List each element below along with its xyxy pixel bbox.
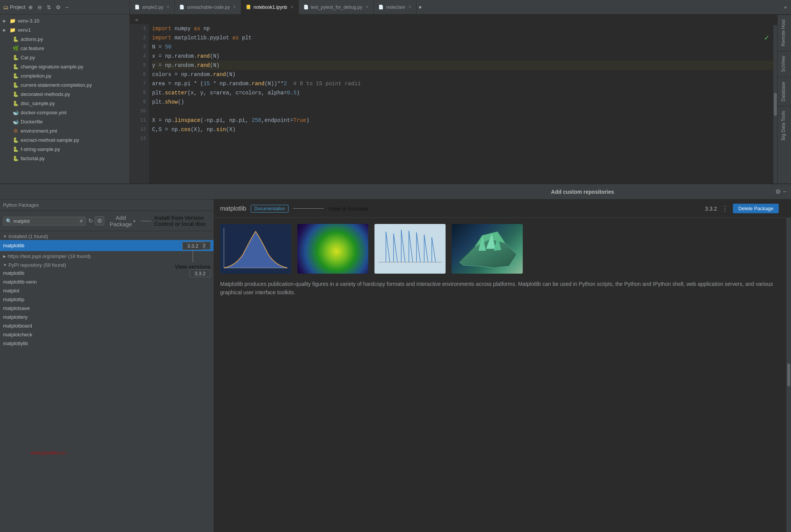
matplot-item[interactable]: matplot [0,286,214,295]
py-icon-changesig: 🐍 [12,64,19,70]
matplotlib-pypi-item[interactable]: matplotlib 3.3.2 [0,269,214,277]
tab-close-unreachable[interactable]: ✕ [233,5,236,10]
add-package-arrow: ▾ [133,219,135,223]
tree-item-fstring[interactable]: 🐍 f-string-sample.py [0,144,130,154]
tab-icon-unreachable: 📄 [179,5,185,10]
code-line-6: colors = np.random.rand(N) [152,70,774,79]
tab-notebook[interactable]: 📒 notebook1.ipynb ✕ [241,0,298,14]
tree-item-carpy[interactable]: 🐍 Car.py [0,53,130,62]
pypi-items-wrap: matplotlib 3.3.2 3.3.2 View versions mat… [0,269,214,348]
matplotlylib-name: matplotlylib [3,341,211,346]
view-versions-annotation: 3.3.2 View versions [175,242,211,270]
filename-decoratedmethods: decorated-methods.py [21,91,70,97]
matplotboard-item[interactable]: matplotboard [0,321,214,330]
tab-sample2[interactable]: 📄 ample2.py ✕ [130,0,175,14]
matplotsave-item[interactable]: matplotsave [0,304,214,313]
search-icon: 🔍 [6,218,12,224]
gutter-line-8: 8 [130,88,146,97]
wave-svg [374,224,446,274]
database-panel[interactable]: Database [778,77,791,106]
detail-header: matplotlib Documentation View in browser… [214,200,791,218]
tree-item-carfeature[interactable]: 🌿 car.feature [0,44,130,53]
sciview-panel[interactable]: SciView [778,51,791,76]
tabs-overflow-btn[interactable]: ▾ [417,0,424,14]
bottom-panel-header-btns: ⚙ − [775,188,786,195]
installed-section-header[interactable]: ▼ Installed (1 found) [3,234,211,239]
documentation-btn[interactable]: Documentation [251,205,289,212]
close-repos-btn[interactable]: − [783,188,786,195]
tree-item-dockerfile[interactable]: 🐋 Dockerfile [0,117,130,126]
tree-item-actions[interactable]: 🐍 actions.py [0,34,130,44]
chart-3d [452,224,523,274]
refresh-btn[interactable]: ↻ [88,217,93,224]
minus-btn[interactable]: − [64,3,70,11]
matplotlib-venn-item[interactable]: matplotlib-venn [0,277,214,286]
tab-close-sample2[interactable]: ✕ [166,5,170,10]
filename-currentstmt: current-statement-completion.py [21,82,92,88]
bigdata-panel[interactable]: Big Data Tools [778,106,791,145]
filename-fstring: f-string-sample.py [21,146,60,152]
detail-scrollbar[interactable] [786,218,791,532]
tab-unreachable[interactable]: 📄 unreachable-code.py ✕ [175,0,241,14]
collapse-all-btn[interactable]: ⊖ [36,3,44,11]
code-line-9: plt.show() [152,97,774,107]
gear-settings-btn[interactable]: ⚙ [95,216,104,225]
tab-test[interactable]: 📄 test_pytest_for_debug.py ✕ [299,0,374,14]
tab-icon-notebook: 📒 [246,5,251,10]
right-expand-btn[interactable]: » [782,3,789,11]
tree-item-envyml[interactable]: ⚙ environment.yml [0,126,130,135]
detail-images [214,218,791,280]
tree-item-venv1[interactable]: ▶ 📁 venv1 [0,25,130,34]
expand-editor-btn[interactable]: » [133,16,140,23]
filename-venv310: venv-3.10 [18,18,39,24]
sidebar: ▶ 📁 venv-3.10 ▶ 📁 venv1 🐍 actions.py 🌿 c… [0,15,130,183]
packages-panel-label: Python Packages [3,203,39,208]
editor-scroll-area[interactable]: 1 2 3 4 5 6 7 8 9 10 11 12 13 import num… [130,24,777,183]
tree-item-changesig[interactable]: 🐍 change-signature-sample.py [0,62,130,71]
matplottery-item[interactable]: matplottery [0,313,214,321]
search-input[interactable] [13,218,78,224]
folder-icon-venv310: 📁 [9,18,16,24]
delete-package-btn[interactable]: Delete Package [733,204,779,213]
tree-item-venv310[interactable]: ▶ 📁 venv-3.10 [0,16,130,25]
tree-item-currentstmt[interactable]: 🐍 current-statement-completion.py [0,80,130,89]
detail-scrollbar-thumb[interactable] [787,363,790,386]
settings-repos-btn[interactable]: ⚙ [775,188,781,195]
editor-container: » 1 2 3 4 5 6 7 8 9 10 11 12 13 [130,15,777,183]
sidebar-tree: ▶ 📁 venv-3.10 ▶ 📁 venv1 🐍 actions.py 🌿 c… [0,15,130,183]
search-clear-btn[interactable]: ✕ [79,218,83,224]
matplotlip-item[interactable]: matplotlip [0,295,214,304]
expand-all-btn[interactable]: ⊕ [27,3,34,11]
packages-panel: Python Packages 🔍 ✕ ↻ ⚙ Add Package ▾ [0,200,214,532]
code-line-1: import numpy as np [152,24,774,33]
tab-close-redeclare[interactable]: ✕ [408,5,412,10]
remote-host-panel[interactable]: Remote Host [778,15,791,51]
tab-close-notebook[interactable]: ✕ [290,5,294,10]
tree-item-decoratedmethods[interactable]: 🐍 decorated-methods.py [0,89,130,99]
tree-item-discsample[interactable]: 🐍 disc_sample.py [0,99,130,108]
tab-label-notebook: notebook1.ipynb [253,5,287,10]
svg-rect-3 [374,224,446,274]
tree-item-extract[interactable]: 🐍 excract-method-sample.py [0,135,130,144]
scroll-to-btn[interactable]: ⇅ [45,3,53,11]
view-in-browser-label: View in browser [328,206,369,212]
gutter-line-13: 13 [130,134,146,143]
tree-item-dockercompose[interactable]: 🐋 docker-compose.yml [0,108,130,117]
add-package-label: Add Package [110,214,132,227]
tab-redeclare[interactable]: 📄 redeclare ✕ [374,0,417,14]
detail-menu-btn[interactable]: ⋮ [721,204,728,213]
gutter-line-3: 3 [130,42,146,52]
tab-icon-sample2: 📄 [135,5,140,10]
detail-pkg-name: matplotlib [220,205,246,212]
pypi-test-section-label: https://test.pypi.org/simple/ (18 found) [8,253,91,259]
settings-btn[interactable]: ⚙ [54,3,62,11]
tab-close-test[interactable]: ✕ [365,5,369,10]
code-content[interactable]: import numpy as np import matplotlib.pyp… [149,24,777,183]
tree-item-factorial[interactable]: 🐍 factorial.py [0,154,130,163]
matplotcheck-item[interactable]: matplotcheck [0,330,214,339]
tree-item-completion[interactable]: 🐍 completion.py [0,71,130,80]
matplotlylib-item[interactable]: matplotlylib [0,339,214,348]
code-line-3: N = 50 [152,42,774,52]
version-line-top [193,250,193,256]
add-package-btn[interactable]: Add Package ▾ [106,213,139,229]
